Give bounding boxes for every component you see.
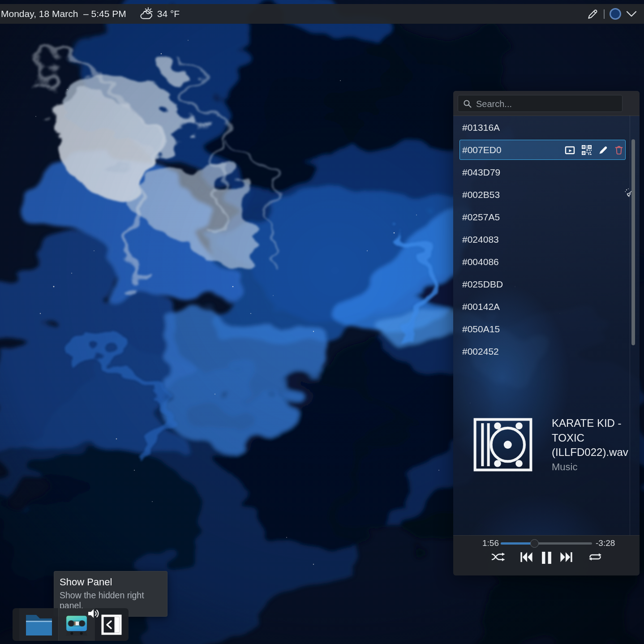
invoke-action-button[interactable] xyxy=(565,145,575,155)
folder-icon xyxy=(25,613,53,637)
next-track-button[interactable] xyxy=(559,552,573,562)
clipboard-item[interactable]: #025DBD xyxy=(453,273,640,296)
task-file-manager[interactable] xyxy=(19,608,58,641)
repeat-button[interactable] xyxy=(588,552,602,562)
seek-slider[interactable] xyxy=(501,536,592,551)
clipboard-list: #01316A #007ED0 xyxy=(453,116,640,357)
sun-behind-cloud-icon xyxy=(140,7,154,21)
pen-icon[interactable] xyxy=(587,8,599,20)
slider-fill xyxy=(501,542,534,545)
edit-contents-button[interactable] xyxy=(598,145,609,155)
pause-button[interactable] xyxy=(542,552,551,564)
now-playing-info[interactable]: KARATE KID - TOXIC (ILLFD022).wav Music xyxy=(552,416,631,473)
previous-track-button[interactable] xyxy=(520,552,533,562)
clipboard-media-popup: #01316A #007ED0 xyxy=(453,91,640,575)
track-title: KARATE KID - TOXIC (ILLFD022).wav xyxy=(552,416,631,460)
temperature-label: 34 °F xyxy=(157,9,180,19)
scrollbar-thumb[interactable] xyxy=(631,139,635,345)
slider-handle[interactable] xyxy=(530,539,539,548)
clipboard-item[interactable]: #002B53 xyxy=(453,184,640,206)
color-picker-indicator[interactable] xyxy=(610,8,621,20)
album-art-icon xyxy=(473,418,532,472)
clipboard-item[interactable]: #00142A xyxy=(453,296,640,318)
bottom-panel xyxy=(13,608,129,641)
shuffle-button[interactable] xyxy=(491,552,506,562)
separator xyxy=(604,9,605,19)
search-input[interactable] xyxy=(475,95,620,112)
clipboard-item[interactable]: #024083 xyxy=(453,228,640,251)
task-audio-player[interactable] xyxy=(58,608,94,641)
clipboard-header xyxy=(453,91,640,116)
player-controls-bar: 1:56 -3:28 xyxy=(453,535,640,575)
clipboard-item[interactable]: #004086 xyxy=(453,251,640,273)
qr-code-button[interactable] xyxy=(582,145,592,155)
delete-button[interactable] xyxy=(614,145,625,155)
clipboard-item-selected[interactable]: #007ED0 xyxy=(453,139,640,161)
chevron-down-icon[interactable] xyxy=(626,10,637,18)
remaining-time: -3:28 xyxy=(596,538,615,548)
clipboard-item[interactable]: #002452 xyxy=(453,340,640,357)
clipboard-item[interactable]: #043D79 xyxy=(453,161,640,184)
search-icon xyxy=(463,99,472,108)
search-box xyxy=(458,95,623,112)
show-panel-icon xyxy=(101,614,122,635)
top-panel: Monday, 18 March – 5:45 PM 34 °F xyxy=(0,4,644,24)
elapsed-time: 1:56 xyxy=(469,538,499,548)
show-panel-button[interactable] xyxy=(94,608,129,641)
clipboard-item[interactable]: #01316A xyxy=(453,116,640,139)
clipboard-item[interactable]: #050A15 xyxy=(453,318,640,340)
track-subtitle: Music xyxy=(552,461,631,473)
clipboard-item[interactable]: #0257A5 xyxy=(453,206,640,228)
cassette-icon xyxy=(64,612,90,637)
weather-widget[interactable]: 34 °F xyxy=(140,7,180,21)
tooltip-title: Show Panel xyxy=(60,576,161,588)
clock-date[interactable]: Monday, 18 March – 5:45 PM xyxy=(1,9,126,19)
